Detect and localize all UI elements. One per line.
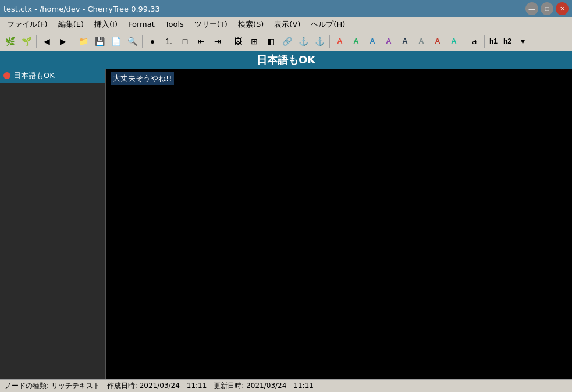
menu-item-search[interactable]: 検索(S) bbox=[233, 18, 268, 31]
toolbar: 🌿🌱◀▶📁💾📄🔍●1.□⇤⇥🖼⊞◧🔗⚓⚓AAAAAAAAa̶h1h2▾ bbox=[0, 31, 572, 51]
menu-item-tree[interactable]: ツリー(T) bbox=[190, 18, 232, 31]
menu-item-view[interactable]: 表示(V) bbox=[269, 18, 305, 31]
toolbar-btn-dropdown[interactable]: ▾ bbox=[515, 34, 530, 49]
menu-item-file[interactable]: ファイル(F) bbox=[2, 18, 52, 31]
toolbar-btn-anchor[interactable]: ⚓ bbox=[296, 34, 311, 49]
toolbar-btn-bullet[interactable]: ● bbox=[145, 34, 160, 49]
toolbar-btn-h2[interactable]: h2 bbox=[501, 34, 514, 49]
toolbar-separator-sep4 bbox=[228, 35, 228, 48]
menu-item-help[interactable]: ヘルプ(H) bbox=[306, 18, 350, 31]
toolbar-btn-indent-left[interactable]: ⇤ bbox=[194, 34, 209, 49]
toolbar-separator-sep6 bbox=[464, 35, 464, 48]
status-text: ノードの種類: リッチテキスト - 作成日時: 2021/03/24 - 11:… bbox=[5, 381, 314, 391]
menu-item-tools[interactable]: Tools bbox=[161, 19, 189, 30]
toolbar-btn-toc[interactable]: ⚓ bbox=[312, 34, 327, 49]
toolbar-btn-img[interactable]: 🖼 bbox=[230, 34, 246, 49]
toolbar-btn-color7[interactable]: A bbox=[430, 34, 445, 49]
close-button[interactable]: ✕ bbox=[556, 2, 569, 15]
toolbar-btn-color5[interactable]: A bbox=[397, 34, 413, 49]
toolbar-btn-indent-right[interactable]: ⇥ bbox=[210, 34, 225, 49]
title-text: test.ctx - /home/dev - CherryTree 0.99.3… bbox=[3, 5, 160, 13]
toolbar-btn-color2[interactable]: A bbox=[349, 34, 364, 49]
maximize-button[interactable]: □ bbox=[541, 2, 553, 15]
toolbar-btn-num1[interactable]: 1. bbox=[161, 34, 176, 49]
toolbar-btn-table[interactable]: ⊞ bbox=[247, 34, 262, 49]
toolbar-separator-sep2 bbox=[73, 35, 73, 48]
toolbar-btn-color4[interactable]: A bbox=[381, 34, 396, 49]
toolbar-btn-color8[interactable]: A bbox=[446, 34, 461, 49]
tree-node-label: 日本語もOK bbox=[13, 70, 55, 81]
toolbar-btn-find[interactable]: 🔍 bbox=[125, 34, 140, 49]
main-area: 日本語もOK 大丈夫そうやね!! bbox=[0, 69, 572, 379]
editor-area[interactable]: 大丈夫そうやね!! bbox=[106, 69, 572, 379]
editor-content: 大丈夫そうやね!! bbox=[111, 72, 174, 85]
toolbar-separator-sep5 bbox=[329, 35, 330, 48]
toolbar-btn-node-new[interactable]: 🌿 bbox=[2, 34, 17, 49]
node-bullet-icon bbox=[3, 72, 10, 79]
menu-item-format[interactable]: Format bbox=[123, 19, 159, 30]
toolbar-btn-node-add-child[interactable]: 🌱 bbox=[19, 34, 34, 49]
tree-panel[interactable]: 日本語もOK bbox=[0, 69, 106, 379]
window-controls: — □ ✕ bbox=[525, 2, 569, 15]
toolbar-btn-h1[interactable]: h1 bbox=[487, 34, 500, 49]
toolbar-separator-sep3 bbox=[142, 35, 143, 48]
toolbar-separator-sep1 bbox=[36, 35, 37, 48]
toolbar-btn-color1[interactable]: A bbox=[332, 34, 347, 49]
toolbar-btn-strikethrough[interactable]: a̶ bbox=[467, 34, 482, 49]
toolbar-btn-codebox[interactable]: ◧ bbox=[263, 34, 278, 49]
toolbar-btn-link[interactable]: 🔗 bbox=[279, 34, 294, 49]
menu-item-insert[interactable]: 挿入(I) bbox=[90, 18, 122, 31]
toolbar-btn-go-forward[interactable]: ▶ bbox=[55, 34, 70, 49]
toolbar-btn-color6[interactable]: A bbox=[414, 34, 429, 49]
toolbar-btn-go-back[interactable]: ◀ bbox=[39, 34, 54, 49]
status-bar: ノードの種類: リッチテキスト - 作成日時: 2021/03/24 - 11:… bbox=[0, 379, 572, 392]
toolbar-btn-export[interactable]: 📄 bbox=[108, 34, 123, 49]
node-title-text: 日本語もOK bbox=[257, 53, 315, 67]
node-title-bar: 日本語もOK bbox=[0, 51, 572, 69]
toolbar-btn-num2[interactable]: □ bbox=[177, 34, 193, 49]
toolbar-btn-open-file[interactable]: 📁 bbox=[76, 34, 91, 49]
minimize-button[interactable]: — bbox=[525, 2, 538, 15]
toolbar-btn-save[interactable]: 💾 bbox=[92, 34, 107, 49]
title-bar: test.ctx - /home/dev - CherryTree 0.99.3… bbox=[0, 0, 572, 17]
tree-node-node1[interactable]: 日本語もOK bbox=[0, 69, 105, 83]
menu-item-edit[interactable]: 編集(E) bbox=[54, 18, 88, 31]
toolbar-btn-color3[interactable]: A bbox=[365, 34, 380, 49]
toolbar-separator-sep7 bbox=[484, 35, 485, 48]
menu-bar: ファイル(F)編集(E)挿入(I)FormatToolsツリー(T)検索(S)表… bbox=[0, 17, 572, 31]
